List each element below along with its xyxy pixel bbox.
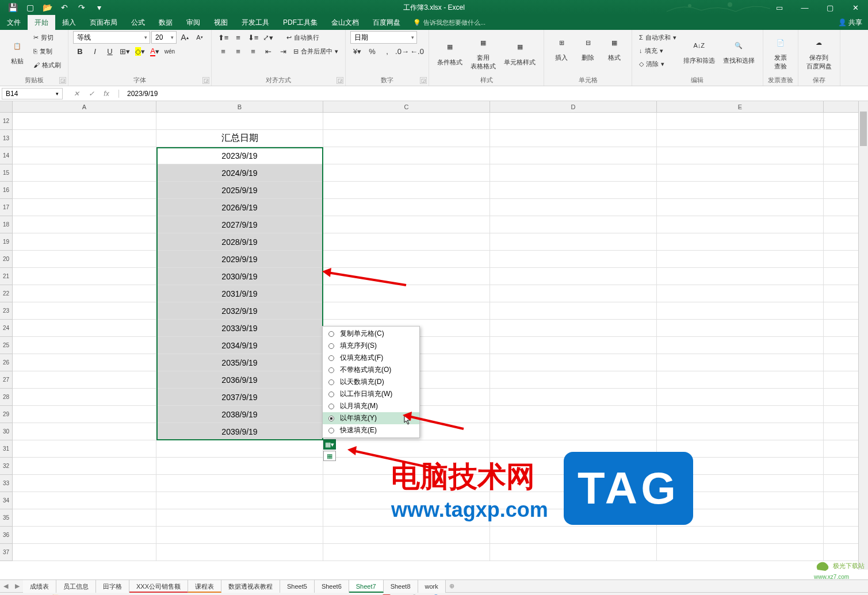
cell-B15[interactable]: 2024/9/19 [156,164,323,181]
cell-B19[interactable]: 2028/9/19 [156,233,323,250]
cell-C15[interactable] [323,164,490,181]
cell-E21[interactable] [657,268,824,285]
paste-button[interactable]: 📋粘贴 [5,34,30,68]
row-header-34[interactable]: 34 [0,492,13,509]
currency-button[interactable]: ¥▾ [350,45,364,57]
font-color-button[interactable]: A▾ [148,45,162,57]
tab-insert[interactable]: 插入 [55,15,83,30]
number-launcher[interactable]: ◲ [420,77,427,84]
font-size-combo[interactable]: 20 [151,31,177,44]
cell-A28[interactable] [13,389,156,405]
cell-E36[interactable] [657,527,824,543]
row-header-21[interactable]: 21 [0,268,13,285]
tab-nav-next[interactable]: ▶ [12,582,23,590]
cell-B33[interactable] [156,475,323,492]
cell-A36[interactable] [13,527,156,543]
cell-C36[interactable] [323,527,490,543]
cell-D26[interactable] [490,354,657,371]
cell-B29[interactable]: 2038/9/19 [156,406,323,423]
cell-D25[interactable] [490,337,657,354]
cell-A32[interactable] [13,458,156,474]
inc-decimal-button[interactable]: .0→ [395,45,409,57]
cell-D30[interactable] [490,423,657,440]
cell-E13[interactable] [657,130,824,147]
save-icon[interactable]: 💾 [5,1,21,14]
cell-E12[interactable] [657,113,824,129]
format-cells-button[interactable]: ▦格式 [602,31,627,64]
cell-C18[interactable] [323,216,490,233]
indent-dec-button[interactable]: ⇤ [261,45,275,57]
number-format-combo[interactable]: 日期 [350,31,417,44]
cell-C19[interactable] [323,233,490,250]
tab-pdf[interactable]: PDF工具集 [276,15,324,30]
row-header-18[interactable]: 18 [0,216,13,233]
tell-me[interactable]: 💡告诉我您想要做什么... [413,18,485,27]
cell-C20[interactable] [323,251,490,267]
indent-inc-button[interactable]: ⇥ [276,45,290,57]
redo-icon[interactable]: ↷ [74,1,90,14]
tab-jinshan[interactable]: 金山文档 [324,15,366,30]
cell-D16[interactable] [490,182,657,198]
bold-button[interactable]: B [73,45,87,57]
cell-E26[interactable] [657,354,824,371]
row-header-14[interactable]: 14 [0,147,13,164]
cell-A23[interactable] [13,302,156,319]
cell-A20[interactable] [13,251,156,267]
cell-B18[interactable]: 2027/9/19 [156,216,323,233]
cell-A18[interactable] [13,216,156,233]
cut-button[interactable]: ✂剪切 [31,31,63,44]
cell-E29[interactable] [657,406,824,423]
cell-D17[interactable] [490,199,657,216]
cell-D12[interactable] [490,113,657,129]
sheet-tab-score[interactable]: 成绩表 [23,580,56,593]
open-icon[interactable]: 📂 [39,1,55,14]
ctx-fill-days[interactable]: 以天数填充(D) [323,376,419,388]
border-button[interactable]: ⊞▾ [118,45,132,57]
row-header-26[interactable]: 26 [0,354,13,371]
clear-button[interactable]: ◇清除▾ [637,57,679,70]
cell-C17[interactable] [323,199,490,216]
percent-button[interactable]: % [365,45,379,57]
invoice-check-button[interactable]: 📄发票 查验 [768,31,793,73]
cell-E22[interactable] [657,285,824,302]
row-header-17[interactable]: 17 [0,199,13,216]
autofill-secondary-button[interactable]: ▦ [323,451,336,461]
row-header-19[interactable]: 19 [0,233,13,251]
name-box[interactable]: B14▾ [2,88,63,99]
ctx-fill-weekdays[interactable]: 以工作日填充(W) [323,388,419,400]
fx-icon[interactable]: fx [99,90,114,98]
row-header-29[interactable]: 29 [0,406,13,423]
autofill-options-button[interactable]: ▦▾ [323,439,336,450]
cell-E18[interactable] [657,216,824,233]
cell-E24[interactable] [657,320,824,336]
row-header-16[interactable]: 16 [0,182,13,199]
row-header-12[interactable]: 12 [0,113,13,130]
row-header-27[interactable]: 27 [0,371,13,389]
align-center-button[interactable]: ≡ [231,45,245,57]
row-header-35[interactable]: 35 [0,509,13,527]
cell-A21[interactable] [13,268,156,285]
cell-B35[interactable] [156,509,323,526]
sheet-tab-work[interactable]: work [418,580,446,593]
cell-B20[interactable]: 2029/9/19 [156,251,323,267]
orientation-button[interactable]: ⤢▾ [261,31,275,44]
cell-B23[interactable]: 2032/9/19 [156,302,323,319]
row-header-20[interactable]: 20 [0,251,13,268]
align-right-button[interactable]: ≡ [246,45,260,57]
cell-C13[interactable] [323,130,490,147]
cell-B24[interactable]: 2033/9/19 [156,320,323,336]
cell-E27[interactable] [657,371,824,388]
cell-B12[interactable] [156,113,323,129]
cell-A31[interactable] [13,440,156,457]
sheet-tab-sales[interactable]: XXX公司销售额 [129,580,188,593]
tab-data[interactable]: 数据 [152,15,179,30]
cell-C37[interactable] [323,544,490,561]
cell-D36[interactable] [490,527,657,543]
row-header-22[interactable]: 22 [0,285,13,302]
font-launcher[interactable]: ◲ [202,77,209,84]
sheet-tab-6[interactable]: Sheet6 [315,580,349,593]
tab-view[interactable]: 视图 [207,15,235,30]
ctx-flash-fill[interactable]: 快速填充(E) [323,424,419,436]
cell-A22[interactable] [13,285,156,302]
row-header-23[interactable]: 23 [0,302,13,320]
